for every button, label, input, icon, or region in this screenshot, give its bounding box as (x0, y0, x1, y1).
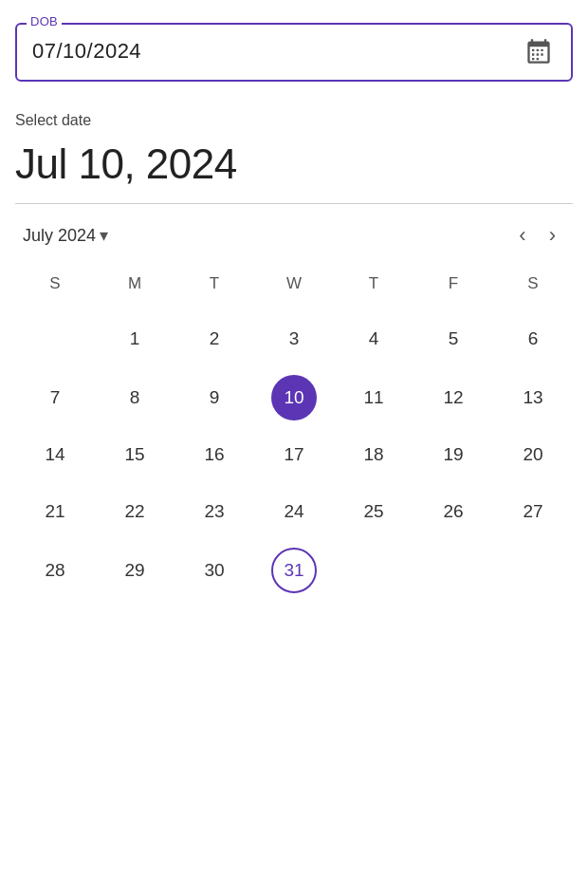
month-nav: July 2024 ▾ ‹ › (15, 219, 573, 252)
calendar-day-cell[interactable]: 11 (334, 369, 413, 426)
svg-rect-1 (544, 42, 546, 47)
day-number[interactable]: 8 (112, 375, 157, 420)
calendar-day-cell[interactable]: 3 (254, 308, 334, 369)
day-number[interactable]: 13 (510, 375, 556, 420)
calendar-day-cell[interactable]: 6 (493, 308, 573, 369)
calendar-toggle-button[interactable] (522, 34, 556, 68)
calendar-day-cell[interactable]: 21 (15, 483, 95, 540)
calendar-day-cell[interactable]: 16 (175, 426, 254, 483)
day-number[interactable]: 9 (192, 375, 237, 420)
weekday-header: S (15, 267, 95, 308)
calendar-day-cell[interactable]: 5 (413, 308, 493, 369)
calendar-day-cell (334, 540, 413, 601)
svg-rect-0 (531, 42, 533, 47)
calendar-day-cell[interactable]: 19 (413, 426, 493, 483)
calendar-day-cell[interactable]: 22 (95, 483, 175, 540)
calendar-week-row: 78910111213 (15, 369, 573, 426)
day-number[interactable]: 11 (351, 375, 396, 420)
date-picker-panel: Select date Jul 10, 2024 July 2024 ▾ ‹ ›… (15, 112, 573, 601)
calendar-day-cell[interactable]: 1 (95, 308, 175, 369)
month-year-dropdown-button[interactable]: ▾ (100, 225, 108, 246)
day-number[interactable]: 21 (32, 489, 78, 534)
day-number[interactable]: 2 (192, 316, 237, 362)
calendar-day-cell[interactable]: 4 (334, 308, 413, 369)
weekday-header: T (334, 267, 413, 308)
calendar-day-cell[interactable]: 30 (175, 540, 254, 601)
calendar-day-cell[interactable]: 9 (175, 369, 254, 426)
select-date-label: Select date (15, 112, 573, 129)
calendar-day-cell[interactable]: 7 (15, 369, 95, 426)
calendar-day-cell[interactable]: 25 (334, 483, 413, 540)
day-number[interactable]: 27 (510, 489, 556, 534)
day-number[interactable]: 20 (510, 432, 556, 477)
calendar-day-cell[interactable]: 18 (334, 426, 413, 483)
calendar-day-cell[interactable]: 26 (413, 483, 493, 540)
day-number[interactable]: 10 (271, 375, 317, 420)
calendar-day-cell[interactable]: 29 (95, 540, 175, 601)
calendar-day-cell[interactable]: 24 (254, 483, 334, 540)
day-number[interactable]: 7 (32, 375, 78, 420)
weekday-header: M (95, 267, 175, 308)
day-number[interactable]: 22 (112, 489, 157, 534)
dob-value: 07/10/2024 (32, 39, 141, 64)
day-number[interactable]: 5 (431, 316, 476, 362)
day-empty (351, 546, 396, 591)
day-number[interactable]: 31 (271, 548, 317, 593)
weekday-header: T (175, 267, 254, 308)
calendar-day-cell[interactable]: 31 (254, 540, 334, 601)
calendar-day-cell[interactable]: 27 (493, 483, 573, 540)
day-empty (32, 314, 78, 360)
calendar-day-cell[interactable]: 8 (95, 369, 175, 426)
day-number[interactable]: 25 (351, 489, 396, 534)
calendar-day-cell (493, 540, 573, 601)
calendar-day-cell[interactable]: 28 (15, 540, 95, 601)
day-number[interactable]: 4 (351, 316, 396, 362)
calendar-day-cell (15, 308, 95, 369)
day-number[interactable]: 14 (32, 432, 78, 477)
calendar-day-cell (413, 540, 493, 601)
calendar-day-cell[interactable]: 2 (175, 308, 254, 369)
dob-field: DOB 07/10/2024 (15, 23, 573, 82)
prev-month-button[interactable]: ‹ (509, 219, 535, 252)
calendar-week-row: 14151617181920 (15, 426, 573, 483)
month-year-label: July 2024 (23, 226, 96, 246)
day-number[interactable]: 28 (32, 548, 78, 593)
weekday-header-row: SMTWTFS (15, 267, 573, 308)
next-month-button[interactable]: › (540, 219, 565, 252)
calendar-day-cell[interactable]: 10 (254, 369, 334, 426)
nav-arrows: ‹ › (509, 219, 565, 252)
day-number[interactable]: 24 (271, 489, 317, 534)
calendar-day-cell[interactable]: 17 (254, 426, 334, 483)
calendar-week-row: 21222324252627 (15, 483, 573, 540)
calendar-icon (525, 38, 552, 65)
day-number[interactable]: 26 (431, 489, 476, 534)
day-number[interactable]: 15 (112, 432, 157, 477)
day-number[interactable]: 17 (271, 432, 317, 477)
day-number[interactable]: 19 (431, 432, 476, 477)
weekday-header: F (413, 267, 493, 308)
calendar-day-cell[interactable]: 15 (95, 426, 175, 483)
calendar-day-cell[interactable]: 23 (175, 483, 254, 540)
day-empty (431, 546, 476, 591)
day-number[interactable]: 16 (192, 432, 237, 477)
selected-date-display: Jul 10, 2024 (15, 140, 573, 188)
calendar-day-cell[interactable]: 12 (413, 369, 493, 426)
day-number[interactable]: 30 (192, 548, 237, 593)
calendar-day-cell[interactable]: 14 (15, 426, 95, 483)
day-number[interactable]: 12 (431, 375, 476, 420)
day-empty (510, 546, 556, 591)
day-number[interactable]: 6 (510, 316, 556, 362)
calendar-day-cell[interactable]: 13 (493, 369, 573, 426)
day-number[interactable]: 18 (351, 432, 396, 477)
calendar-week-row: 28293031 (15, 540, 573, 601)
calendar-grid: SMTWTFS 12345678910111213141516171819202… (15, 267, 573, 601)
day-number[interactable]: 23 (192, 489, 237, 534)
day-number[interactable]: 1 (112, 316, 157, 362)
day-number[interactable]: 3 (271, 316, 317, 362)
date-divider (15, 203, 573, 204)
weekday-header: W (254, 267, 334, 308)
day-number[interactable]: 29 (112, 548, 157, 593)
calendar-day-cell[interactable]: 20 (493, 426, 573, 483)
calendar-week-row: 123456 (15, 308, 573, 369)
dob-label: DOB (27, 14, 62, 28)
